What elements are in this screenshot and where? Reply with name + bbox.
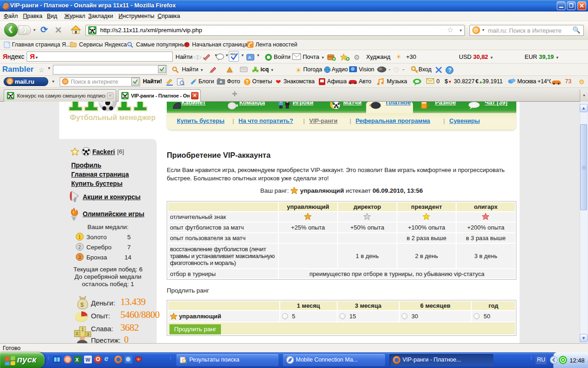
- svg-text:2: 2: [79, 245, 81, 250]
- svg-text:?: ?: [246, 79, 249, 85]
- svg-text:АББ: АББ: [230, 52, 236, 56]
- svg-text:?: ?: [448, 67, 452, 74]
- svg-text:3: 3: [79, 255, 81, 260]
- svg-text:$: $: [80, 301, 84, 308]
- svg-text:1: 1: [81, 327, 84, 332]
- svg-text:2: 2: [76, 331, 78, 336]
- svg-text:А: А: [248, 55, 251, 60]
- svg-text:W: W: [85, 357, 90, 362]
- svg-text:X: X: [75, 357, 79, 362]
- svg-text:1: 1: [79, 235, 81, 240]
